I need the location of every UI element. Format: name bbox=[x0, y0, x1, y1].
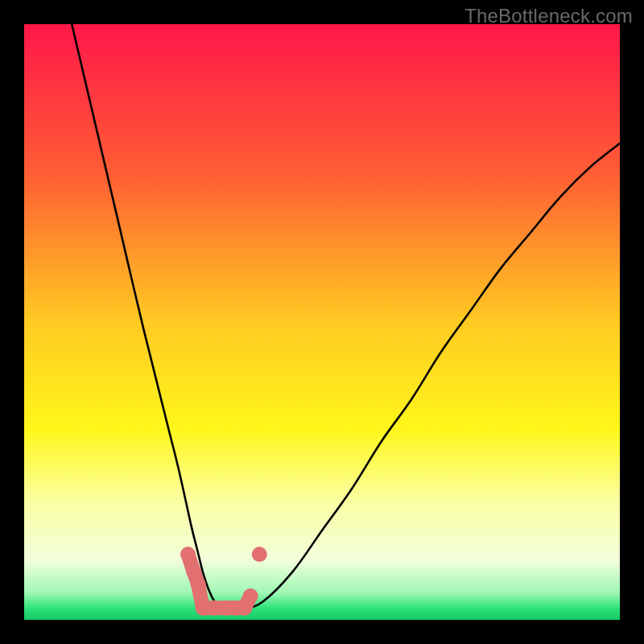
svg-point-9 bbox=[180, 547, 196, 562]
svg-point-18 bbox=[252, 547, 267, 562]
chart-frame: TheBottleneck.com bbox=[0, 0, 644, 644]
bottleneck-curve bbox=[24, 24, 620, 620]
svg-point-11 bbox=[191, 576, 206, 592]
svg-point-17 bbox=[243, 588, 258, 604]
watermark-text: TheBottleneck.com bbox=[464, 5, 633, 27]
highlight-dots bbox=[180, 547, 267, 616]
curve-path bbox=[72, 24, 620, 609]
plot-area bbox=[24, 24, 620, 620]
